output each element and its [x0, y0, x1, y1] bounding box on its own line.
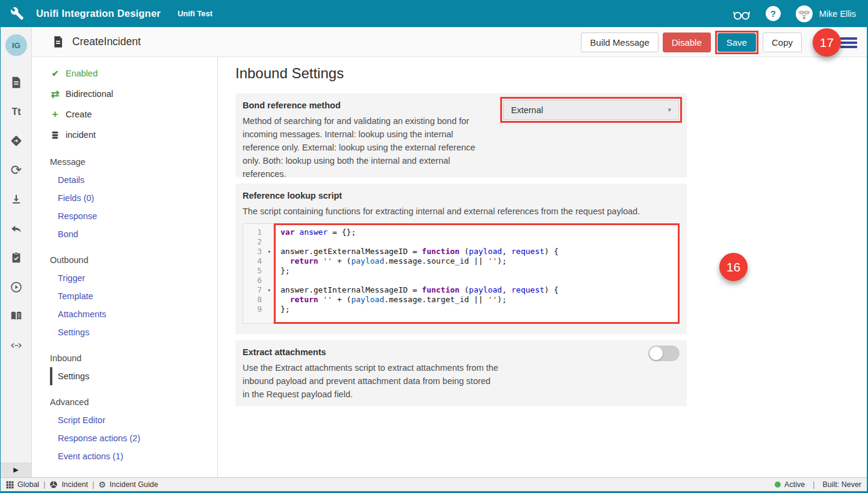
status-bar: Global|Incident|⚙Incident Guide Active |…: [1, 477, 867, 491]
built-status-label: Built: Never: [822, 480, 861, 489]
bond-reference-dropdown[interactable]: External ▾: [503, 100, 679, 120]
tasks-icon[interactable]: [1, 243, 32, 273]
plus-icon: +: [50, 108, 60, 120]
page-header: CreateIncident Build Message Disable Sav…: [32, 27, 867, 57]
nav-status-bidirectional[interactable]: ⇄Bidirectional: [50, 84, 217, 104]
statusbar-label: Incident Guide: [110, 480, 158, 489]
code-line[interactable]: var answer = {};: [281, 228, 678, 237]
nav-item-advanced-event-actions-1[interactable]: Event actions (1): [50, 447, 217, 465]
nav-item-message-details[interactable]: Details: [50, 171, 217, 189]
save-button[interactable]: Save: [718, 33, 756, 52]
code-editor[interactable]: 123▾4567▾89 var answer = {}; answer.getE…: [243, 223, 680, 324]
fold-icon[interactable]: ▾: [268, 285, 271, 295]
code-line[interactable]: return '' + (payload.message.source_id |…: [281, 256, 678, 266]
gear-icon: ⚙: [98, 480, 106, 489]
menu-icon[interactable]: [840, 37, 857, 50]
nav-item-advanced-response-actions-2[interactable]: Response actions (2): [50, 429, 217, 447]
nav-section-title: Inbound: [50, 349, 217, 367]
user-avatar: [795, 5, 813, 23]
app-subtitle[interactable]: Unifi Test: [178, 9, 212, 18]
nav-item-outbound-attachments[interactable]: Attachments: [50, 305, 217, 323]
nav-status-label: Create: [66, 110, 92, 119]
app-window: Unifi Integration Designer Unifi Test ? …: [0, 0, 868, 493]
line-number: 2: [243, 237, 273, 247]
extract-attachments-description: Use the Extract attachments script to ex…: [243, 361, 498, 401]
code-icon[interactable]: [1, 331, 32, 361]
directions-icon[interactable]: [1, 126, 32, 156]
help-icon[interactable]: ?: [766, 6, 781, 21]
code-gutter: 123▾4567▾89: [243, 223, 274, 324]
extract-attachments-toggle[interactable]: [648, 346, 680, 361]
user-menu[interactable]: Mike Ellis: [795, 5, 856, 23]
code-line[interactable]: };: [281, 266, 678, 276]
nav-item-outbound-template[interactable]: Template: [50, 287, 217, 305]
collapse-arrow-icon: ▶: [13, 466, 18, 474]
disable-button[interactable]: Disable: [663, 33, 711, 52]
code-line[interactable]: [281, 237, 678, 247]
glasses-icon[interactable]: [732, 6, 751, 22]
nav-status-create[interactable]: +Create: [50, 104, 217, 125]
code-line[interactable]: answer.getInternalMessageID = function (…: [281, 285, 678, 295]
nav-status-label: Bidirectional: [66, 89, 113, 99]
active-status-icon: [775, 482, 781, 488]
separator: |: [43, 480, 45, 489]
separator: |: [92, 480, 94, 489]
nav-item-message-bond[interactable]: Bond: [50, 225, 217, 243]
line-number: 3▾: [243, 247, 273, 256]
main-content: Inbound Settings Bond reference method M…: [219, 58, 866, 477]
line-number: 6: [243, 276, 273, 285]
annotation-step-17: 17: [813, 28, 841, 57]
active-status-label: Active: [784, 480, 805, 489]
nav-item-outbound-trigger[interactable]: Trigger: [50, 269, 217, 287]
code-line[interactable]: answer.getExternalMessageID = function (…: [281, 247, 678, 256]
line-number: 7▾: [243, 285, 273, 295]
history-icon[interactable]: ⟳: [1, 156, 32, 185]
page-title: CreateIncident: [72, 36, 141, 48]
nav-item-outbound-settings[interactable]: Settings: [50, 323, 217, 341]
code-line[interactable]: return '' + (payload.message.target_id |…: [281, 295, 678, 305]
line-number: 8: [243, 295, 273, 305]
nav-section-message: MessageDetailsFields (0)ResponseBond: [50, 153, 217, 243]
reply-icon[interactable]: [1, 214, 32, 244]
toggle-knob: [649, 347, 663, 360]
nav-item-advanced-script-editor[interactable]: Script Editor: [50, 411, 217, 429]
code-line[interactable]: };: [281, 305, 678, 314]
document-icon[interactable]: [1, 68, 32, 98]
nav-section-title: Advanced: [50, 393, 217, 411]
check-icon: ✔: [50, 69, 60, 78]
download-icon[interactable]: [1, 185, 32, 214]
bond-reference-description: Method of searching for and validating a…: [243, 114, 483, 181]
build-message-button[interactable]: Build Message: [581, 33, 658, 52]
nav-item-message-response[interactable]: Response: [50, 207, 217, 225]
nav-status-incident[interactable]: incident: [50, 125, 217, 145]
bond-reference-panel: Bond reference method Method of searchin…: [235, 93, 687, 178]
incident-icon: [49, 480, 58, 489]
line-number: 5: [243, 266, 273, 276]
statusbar-incident[interactable]: Incident: [49, 480, 88, 489]
dropdown-value: External: [511, 105, 543, 115]
reference-lookup-description: The script containing functions for extr…: [243, 205, 680, 218]
statusbar-label: Global: [17, 480, 39, 489]
nav-status-enabled[interactable]: ✔Enabled: [50, 63, 217, 84]
chevron-down-icon: ▾: [668, 106, 671, 114]
nav-section-advanced: AdvancedScript EditorResponse actions (2…: [50, 393, 217, 465]
text-format-icon[interactable]: Tt: [1, 98, 32, 127]
nav-section-outbound: OutboundTriggerTemplateAttachmentsSettin…: [50, 251, 217, 341]
reference-lookup-panel: Reference lookup script The script conta…: [235, 184, 687, 334]
code-area[interactable]: var answer = {}; answer.getExternalMessa…: [274, 223, 680, 324]
collapse-panel-button[interactable]: ▶: [1, 462, 31, 477]
statusbar-incident-guide[interactable]: ⚙Incident Guide: [98, 480, 158, 489]
copy-button[interactable]: Copy: [763, 33, 802, 52]
statusbar-global[interactable]: Global: [6, 480, 39, 489]
section-heading: Inbound Settings: [235, 65, 866, 82]
play-icon[interactable]: [1, 273, 32, 302]
extract-attachments-panel: Extract attachments Use the Extract atta…: [235, 340, 687, 406]
line-number: 4: [243, 256, 273, 266]
nav-item-inbound-settings[interactable]: Settings: [50, 367, 217, 385]
statusbar-label: Incident: [61, 480, 88, 489]
book-icon[interactable]: [1, 302, 32, 331]
code-line[interactable]: [281, 276, 678, 285]
integration-avatar[interactable]: IG: [5, 34, 27, 56]
fold-icon[interactable]: ▾: [268, 247, 271, 256]
nav-item-message-fields-0[interactable]: Fields (0): [50, 189, 217, 207]
